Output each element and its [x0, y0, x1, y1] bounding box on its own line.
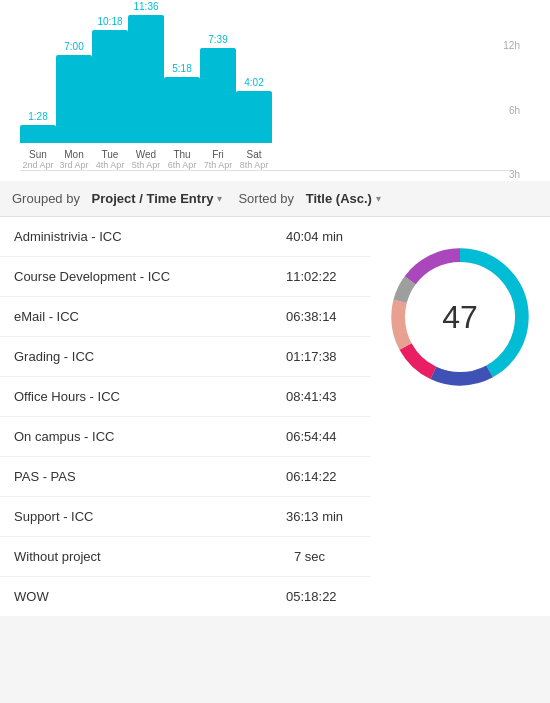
item-time-text: 01:17:38 — [286, 349, 337, 364]
bar-time-label: 1:28 — [28, 111, 47, 122]
sort-label: Sorted by — [238, 191, 294, 206]
item-time-text: 05:18:22 — [286, 589, 337, 604]
item-name: Office Hours - ICC — [14, 389, 276, 404]
bar-group: 1:28Sun2nd Apr — [20, 111, 56, 170]
bar-time-label: 10:18 — [97, 16, 122, 27]
bar-group: 7:00Mon3rd Apr — [56, 41, 92, 170]
bar-time-label: 7:00 — [64, 41, 83, 52]
bar-day-label: Thu6th Apr — [168, 149, 197, 170]
bar — [20, 125, 56, 143]
group-by-filter[interactable]: Grouped by Project / Time Entry ▾ — [12, 191, 222, 206]
list-item: PAS - PAS06:14:22 — [0, 457, 370, 497]
y-axis-label: 3h — [503, 169, 520, 180]
bar-day-label: Wed5th Apr — [132, 149, 161, 170]
item-time: 36:13 min — [276, 509, 356, 524]
filter-row: Grouped by Project / Time Entry ▾ Sorted… — [0, 181, 550, 217]
item-time-text: 11:02:22 — [286, 269, 337, 284]
chevron-down-icon-2: ▾ — [376, 193, 381, 204]
donut-section: 47 — [370, 217, 550, 616]
bar-group: 5:18Thu6th Apr — [164, 63, 200, 170]
bar-chart-section: 1:28Sun2nd Apr7:00Mon3rd Apr10:18Tue4th … — [0, 0, 550, 181]
item-time: 06:54:44 — [276, 429, 356, 444]
bar-group: 4:02Sat8th Apr — [236, 77, 272, 170]
item-time: 06:38:14 — [276, 309, 356, 324]
donut-count: 47 — [442, 299, 478, 336]
y-axis-label: 12h — [503, 40, 520, 51]
list-item: Course Development - ICC11:02:22 — [0, 257, 370, 297]
bar-time-label: 11:36 — [133, 1, 158, 12]
item-time: 7 sec — [276, 549, 356, 564]
item-time-text: 06:54:44 — [286, 429, 337, 444]
group-value: Project / Time Entry — [92, 191, 214, 206]
project-list: Administrivia - ICC40:04 minCourse Devel… — [0, 217, 370, 616]
list-item: eMail - ICC06:38:14 — [0, 297, 370, 337]
item-time: 05:18:22 — [276, 589, 356, 604]
bar-day-label: Mon3rd Apr — [59, 149, 88, 170]
bar-chart: 1:28Sun2nd Apr7:00Mon3rd Apr10:18Tue4th … — [20, 20, 312, 170]
item-time-text: 40:04 min — [286, 229, 343, 244]
sort-by-filter[interactable]: Sorted by Title (Asc.) ▾ — [238, 191, 381, 206]
item-time-text: 08:41:43 — [286, 389, 337, 404]
bar-time-label: 7:39 — [208, 34, 227, 45]
bar-day-label: Sun2nd Apr — [22, 149, 53, 170]
bar-day-label: Sat8th Apr — [240, 149, 269, 170]
item-time-text: 36:13 min — [286, 509, 343, 524]
item-time: 01:17:38 — [276, 349, 356, 364]
list-item: Without project7 sec — [0, 537, 370, 577]
item-name: On campus - ICC — [14, 429, 276, 444]
item-time-text: 06:14:22 — [286, 469, 337, 484]
main-content: Administrivia - ICC40:04 minCourse Devel… — [0, 217, 550, 616]
item-name: Administrivia - ICC — [14, 229, 276, 244]
item-name: eMail - ICC — [14, 309, 276, 324]
bar — [128, 15, 164, 143]
y-axis-label: 6h — [503, 105, 520, 116]
list-item: Grading - ICC01:17:38 — [0, 337, 370, 377]
bar — [164, 77, 200, 143]
bar — [92, 30, 128, 143]
chevron-down-icon: ▾ — [217, 193, 222, 204]
item-name: Without project — [14, 549, 276, 564]
bar — [56, 55, 92, 143]
item-time: 40:04 min — [276, 229, 356, 244]
bar-group: 11:36Wed5th Apr — [128, 1, 164, 170]
bar-time-label: 4:02 — [244, 77, 263, 88]
bar — [236, 91, 272, 143]
list-item: Administrivia - ICC40:04 min — [0, 217, 370, 257]
item-name: WOW — [14, 589, 276, 604]
list-item: On campus - ICC06:54:44 — [0, 417, 370, 457]
item-time: 06:14:22 — [276, 469, 356, 484]
item-name: PAS - PAS — [14, 469, 276, 484]
item-time: 08:41:43 — [276, 389, 356, 404]
item-time-text: 06:38:14 — [286, 309, 337, 324]
list-item: WOW05:18:22 — [0, 577, 370, 616]
bar — [200, 48, 236, 143]
bar-time-label: 5:18 — [172, 63, 191, 74]
bar-day-label: Fri7th Apr — [204, 149, 233, 170]
sort-value: Title (Asc.) — [306, 191, 372, 206]
bar-group: 7:39Fri7th Apr — [200, 34, 236, 170]
list-item: Support - ICC36:13 min — [0, 497, 370, 537]
donut-chart: 47 — [390, 247, 530, 387]
item-name: Course Development - ICC — [14, 269, 276, 284]
bar-day-label: Tue4th Apr — [96, 149, 125, 170]
bar-group: 10:18Tue4th Apr — [92, 16, 128, 170]
item-name: Support - ICC — [14, 509, 276, 524]
y-axis: 12h6h3h — [503, 40, 520, 180]
group-label: Grouped by — [12, 191, 80, 206]
item-time-text: 7 sec — [294, 549, 325, 564]
item-time: 11:02:22 — [276, 269, 356, 284]
list-item: Office Hours - ICC08:41:43 — [0, 377, 370, 417]
item-name: Grading - ICC — [14, 349, 276, 364]
